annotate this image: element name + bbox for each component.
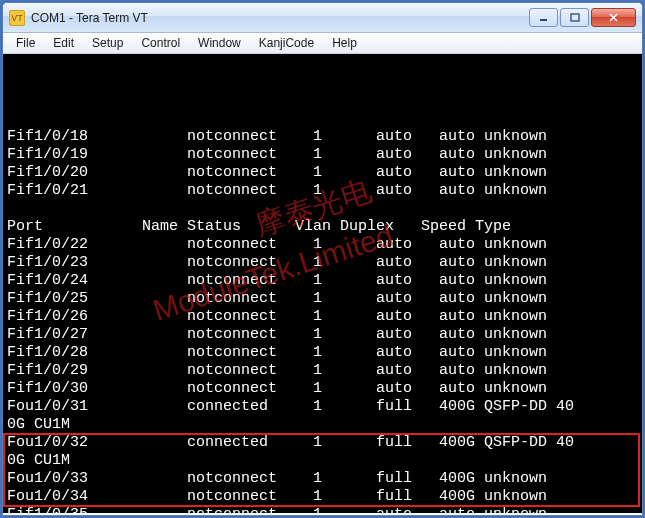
window-title: COM1 - Tera Term VT <box>31 11 529 25</box>
column-header: Port Name Status Vlan Duplex Speed Type <box>7 218 638 236</box>
port-row: Fif1/0/26 notconnect 1 auto auto unknown <box>7 308 638 326</box>
port-row-continuation: 0G CU1M <box>7 452 638 470</box>
menu-help[interactable]: Help <box>323 34 366 52</box>
app-icon: VT <box>9 10 25 26</box>
terminal[interactable]: 摩泰光电 ModuleTek.Limited Fif1/0/18 notconn… <box>3 54 642 513</box>
port-row: Fif1/0/18 notconnect 1 auto auto unknown <box>7 128 638 146</box>
port-row: Fif1/0/19 notconnect 1 auto auto unknown <box>7 146 638 164</box>
port-row: Fou1/0/33 notconnect 1 full 400G unknown <box>7 470 638 488</box>
port-row: Fif1/0/30 notconnect 1 auto auto unknown <box>7 380 638 398</box>
svg-rect-1 <box>571 14 579 21</box>
port-row: Fif1/0/24 notconnect 1 auto auto unknown <box>7 272 638 290</box>
menu-setup[interactable]: Setup <box>83 34 132 52</box>
menu-window[interactable]: Window <box>189 34 250 52</box>
port-row: Fif1/0/22 notconnect 1 auto auto unknown <box>7 236 638 254</box>
minimize-button[interactable] <box>529 8 558 27</box>
menubar: File Edit Setup Control Window KanjiCode… <box>3 33 642 54</box>
port-row: Fif1/0/28 notconnect 1 auto auto unknown <box>7 344 638 362</box>
port-row: Fif1/0/35 notconnect 1 auto auto unknown <box>7 506 638 513</box>
port-row: Fou1/0/34 notconnect 1 full 400G unknown <box>7 488 638 506</box>
port-row: Fif1/0/20 notconnect 1 auto auto unknown <box>7 164 638 182</box>
close-button[interactable] <box>591 8 636 27</box>
port-row: Fif1/0/29 notconnect 1 auto auto unknown <box>7 362 638 380</box>
titlebar[interactable]: VT COM1 - Tera Term VT <box>3 3 642 33</box>
port-row: Fif1/0/27 notconnect 1 auto auto unknown <box>7 326 638 344</box>
port-row-connected: Fou1/0/32 connected 1 full 400G QSFP-DD … <box>7 434 638 452</box>
menu-file[interactable]: File <box>7 34 44 52</box>
port-row: Fif1/0/23 notconnect 1 auto auto unknown <box>7 254 638 272</box>
window-buttons <box>529 8 636 27</box>
port-row-continuation: 0G CU1M <box>7 416 638 434</box>
maximize-button[interactable] <box>560 8 589 27</box>
port-row: Fif1/0/25 notconnect 1 auto auto unknown <box>7 290 638 308</box>
blank-line <box>7 200 638 218</box>
port-row: Fif1/0/21 notconnect 1 auto auto unknown <box>7 182 638 200</box>
port-row-connected: Fou1/0/31 connected 1 full 400G QSFP-DD … <box>7 398 638 416</box>
menu-control[interactable]: Control <box>132 34 189 52</box>
menu-edit[interactable]: Edit <box>44 34 83 52</box>
menu-kanjicode[interactable]: KanjiCode <box>250 34 323 52</box>
application-window: VT COM1 - Tera Term VT File Edit Setup C… <box>2 2 643 516</box>
